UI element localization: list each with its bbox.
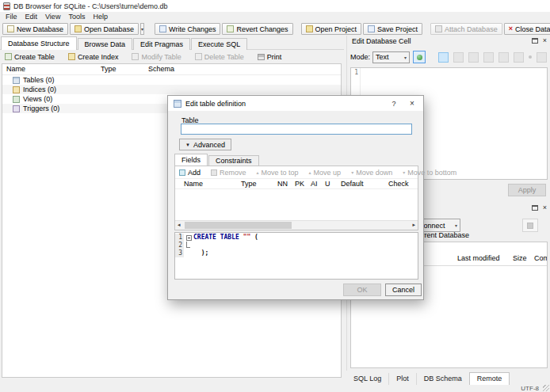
sql-line: 3 ); [175, 249, 418, 257]
create-index-button[interactable]: Create Index [68, 53, 119, 61]
create-table-icon [5, 53, 12, 60]
encoding-label: UTF-8 [521, 385, 539, 392]
column-default: Default [341, 180, 364, 188]
move-top-icon: ▴ [257, 169, 259, 175]
menu-file[interactable]: File [2, 13, 21, 21]
sql-line: 2 [175, 242, 418, 249]
close-dock-icon[interactable]: × [543, 37, 547, 44]
new-database-button[interactable]: New Database [2, 23, 68, 35]
chevron-down-icon: ▾ [455, 223, 457, 228]
edit-table-definition-dialog: Edit table definition ? × Table ▼ Advanc… [167, 95, 424, 300]
menu-view[interactable]: View [41, 13, 64, 21]
sql-preview-editor[interactable]: 1 CREATE TABLE "" ( 2 3 ); [174, 232, 418, 280]
move-to-top-button: ▴ Move to top [257, 169, 299, 177]
sql-string: "" [243, 234, 251, 242]
save-project-icon [368, 25, 375, 32]
menu-help[interactable]: Help [89, 13, 112, 21]
scroll-right-icon[interactable]: ▸ [412, 222, 415, 228]
fold-collapse-icon[interactable] [186, 235, 192, 241]
identity-settings-button [522, 219, 538, 232]
print-cell-icon [537, 52, 547, 63]
main-toolbar: New Database Open Database ▾ Write Chang… [0, 21, 550, 36]
sql-keyword: CREATE TABLE [193, 234, 243, 242]
tab-sql-log[interactable]: SQL Log [346, 373, 388, 385]
revert-changes-button[interactable]: Revert Changes [222, 23, 292, 35]
tab-constraints[interactable]: Constraints [208, 155, 259, 166]
open-external-icon [514, 52, 524, 63]
column-size: Size [513, 254, 527, 262]
chevron-down-icon: ▼ [185, 143, 190, 147]
app-icon [3, 2, 10, 10]
tab-plot[interactable]: Plot [388, 373, 416, 385]
open-project-button[interactable]: Open Project [301, 23, 362, 35]
move-bottom-icon: ▾ [403, 169, 405, 175]
save-project-button[interactable]: Save Project [363, 23, 422, 35]
tree-item-indices[interactable]: Indices (0) [2, 85, 341, 94]
scroll-left-icon[interactable]: ◂ [178, 222, 181, 228]
window-title: DB Browser for SQLite - C:\Users\turne\d… [13, 2, 168, 10]
tree-header: Name Type Schema [2, 64, 341, 75]
create-index-icon [68, 53, 75, 60]
delete-table-icon [195, 53, 202, 60]
cell-controls: Mode: Text ▾ [350, 50, 547, 64]
menubar: File Edit View Tools Help [0, 12, 550, 21]
status-bar: UTF-8 [0, 385, 550, 392]
add-icon [179, 169, 185, 176]
export-file-icon [483, 52, 494, 63]
open-database-button[interactable]: Open Database [70, 23, 139, 35]
float-dock-icon[interactable] [532, 205, 538, 211]
dialog-titlebar[interactable]: Edit table definition ? × [168, 96, 423, 111]
tab-edit-pragmas[interactable]: Edit Pragmas [133, 38, 190, 50]
column-schema: Schema [148, 65, 174, 73]
close-dock-icon[interactable]: × [543, 204, 547, 211]
apply-cell-button: Apply [508, 184, 546, 196]
column-type: Type [101, 65, 116, 73]
tab-browse-data[interactable]: Browse Data [78, 38, 133, 50]
chevron-down-icon: ▾ [141, 26, 143, 32]
write-changes-button[interactable]: Write Changes [155, 23, 220, 35]
move-up-button: ▴ Move up [309, 169, 342, 177]
advanced-toggle-button[interactable]: ▼ Advanced [179, 139, 231, 150]
chevron-down-icon: ▾ [404, 55, 407, 60]
horizontal-scrollbar[interactable]: ◂ ▸ [175, 220, 418, 230]
delete-table-button: Delete Table [195, 53, 244, 61]
close-database-icon: × [509, 25, 513, 32]
modify-table-icon [132, 53, 139, 60]
tab-execute-sql[interactable]: Execute SQL [191, 38, 247, 50]
tables-icon [13, 77, 20, 84]
tab-database-structure[interactable]: Database Structure [1, 36, 77, 50]
window-titlebar[interactable]: DB Browser for SQLite - C:\Users\turne\d… [0, 0, 550, 12]
table-name-input[interactable] [181, 124, 412, 135]
open-database-dropdown-button[interactable]: ▾ [140, 23, 144, 35]
remove-field-button: Remove [211, 169, 246, 177]
tab-remote[interactable]: Remote [469, 372, 510, 385]
mode-select[interactable]: Text ▾ [372, 51, 410, 63]
open-project-icon [306, 25, 313, 32]
cancel-button[interactable]: Cancel [385, 284, 422, 296]
tab-fields[interactable]: Fields [174, 154, 208, 166]
word-wrap-icon[interactable] [438, 52, 449, 63]
revert-changes-icon [227, 25, 234, 32]
menu-edit[interactable]: Edit [21, 13, 42, 21]
add-field-button[interactable]: Add [179, 169, 201, 177]
close-database-button[interactable]: × Close Database [504, 23, 550, 35]
triggers-icon [13, 105, 20, 112]
menu-tools[interactable]: Tools [64, 13, 89, 21]
scrollbar-thumb[interactable] [185, 222, 292, 229]
write-changes-icon [159, 25, 166, 32]
print-button[interactable]: Print [258, 53, 282, 61]
tab-db-schema[interactable]: DB Schema [416, 373, 469, 385]
new-database-icon [7, 25, 14, 32]
create-table-button[interactable]: Create Table [5, 53, 55, 61]
mode-label: Mode: [350, 53, 370, 61]
save-as-icon [498, 52, 509, 63]
help-button[interactable]: ? [387, 100, 401, 108]
remove-icon [211, 169, 217, 176]
close-dialog-button[interactable]: × [405, 99, 419, 108]
tree-item-tables[interactable]: Tables (0) [2, 75, 341, 85]
float-dock-icon[interactable] [532, 38, 538, 44]
sql-line: 1 CREATE TABLE "" ( [175, 234, 418, 242]
resize-grip[interactable] [543, 385, 549, 391]
auto-apply-button[interactable] [413, 51, 426, 63]
structure-toolbar: Create Table Create Index Modify Table D… [0, 51, 344, 63]
